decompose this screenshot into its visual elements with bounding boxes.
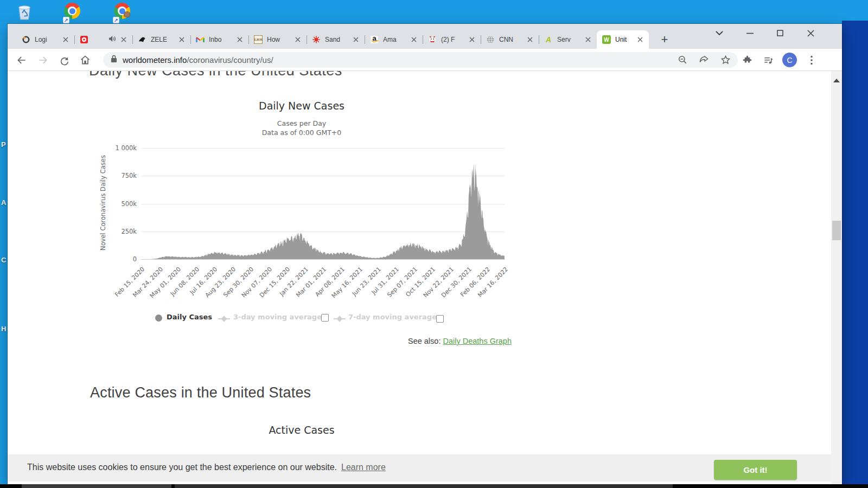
recycle-bin-icon[interactable] <box>14 1 35 22</box>
back-button[interactable] <box>13 52 30 69</box>
tab-close-icon[interactable] <box>584 35 592 44</box>
tab-label: Logi <box>35 36 60 43</box>
checkbox-3day-average[interactable] <box>321 314 329 322</box>
overlay-badge <box>124 11 130 17</box>
extensions-puzzle-icon[interactable] <box>738 52 756 69</box>
tab-f-notifications[interactable]: (2) F <box>423 30 481 49</box>
active-cases-chart-title: Active Cases <box>139 424 464 436</box>
tab-label: Ama <box>383 36 409 43</box>
chart-subtitle: Cases per Day <box>139 119 464 127</box>
cartoon-face-favicon-icon <box>428 35 437 44</box>
tab-audio-speaker-icon[interactable] <box>108 35 116 44</box>
legend-daily-cases-marker-icon <box>155 314 162 322</box>
tab-close-icon[interactable] <box>177 35 186 44</box>
tab-close-icon[interactable] <box>235 35 244 44</box>
tab-gmail-inbox[interactable]: Inbo <box>190 30 248 49</box>
lock-icon[interactable] <box>111 55 117 65</box>
tab-close-icon[interactable] <box>410 35 418 44</box>
tab-strip: Logi ZELE <box>8 24 842 49</box>
desktop-right-strip <box>842 21 868 488</box>
active-cases-heading: Active Cases in the United States <box>90 384 311 401</box>
virus-favicon-icon <box>312 35 321 44</box>
chrome-shortcut-icon[interactable]: ↗ <box>64 3 84 22</box>
serv-a-favicon-icon: A <box>544 35 553 44</box>
tab-worldometers-active[interactable]: W Unit <box>597 30 649 49</box>
desktop-icon-label-a: A <box>1 198 8 207</box>
tab-close-icon[interactable] <box>61 35 70 44</box>
worldometers-favicon-icon: W <box>602 35 611 44</box>
y-tick-label: 1 000k <box>85 144 137 152</box>
legend-daily-cases[interactable]: Daily Cases <box>167 313 212 321</box>
page-scrollbar[interactable] <box>831 71 842 484</box>
tab-logitech[interactable]: Logi <box>16 30 74 49</box>
window-close-button[interactable] <box>800 25 821 41</box>
browser-window: Logi ZELE <box>8 24 842 484</box>
clipped-page-heading: Daily New Cases in the United States <box>89 71 621 79</box>
home-button[interactable] <box>76 52 94 69</box>
reload-button[interactable] <box>55 52 73 69</box>
daily-deaths-graph-link[interactable]: Daily Deaths Graph <box>443 337 512 345</box>
tab-sand[interactable]: Sand <box>307 30 365 49</box>
chart-title: Daily New Cases <box>139 100 464 112</box>
new-tab-button[interactable]: + <box>656 31 673 48</box>
tab-close-icon[interactable] <box>526 35 534 44</box>
tab-cnn[interactable]: CNN <box>481 30 539 49</box>
gmail-favicon-icon <box>196 35 205 44</box>
tab-label: ZELE <box>151 36 176 43</box>
got-it-button[interactable]: Got it! <box>714 460 797 480</box>
daily-cases-bar-series[interactable] <box>141 148 505 259</box>
tab-close-icon[interactable] <box>468 35 476 44</box>
chart-subtitle-2: Data as of 0:00 GMT+0 <box>139 129 464 137</box>
profile-avatar[interactable]: C <box>782 53 797 67</box>
tab-label: CNN <box>499 36 525 43</box>
forward-button[interactable] <box>34 52 52 69</box>
x-axis-line <box>141 259 505 260</box>
y-tick-label: 750k <box>85 172 137 179</box>
amazon-favicon-icon: a <box>370 35 379 44</box>
minimize-button[interactable] <box>739 25 761 41</box>
tab-zele[interactable]: ZELE <box>132 30 190 49</box>
url-text[interactable]: worldometers.info/coronavirus/country/us… <box>123 55 273 65</box>
shortcut-arrow-icon: ↗ <box>113 17 119 23</box>
see-also-line: See also: Daily Deaths Graph <box>347 337 512 345</box>
tab-label: Serv <box>557 36 583 43</box>
zoom-out-icon[interactable] <box>678 55 688 67</box>
bottom-edge-strip <box>0 484 868 488</box>
legend-7day-moving-average[interactable]: 7-day moving average <box>348 313 437 321</box>
y-tick-label: 500k <box>85 200 137 208</box>
tab-close-icon[interactable] <box>119 35 128 44</box>
tab-serv[interactable]: A Serv <box>539 30 597 49</box>
tab-audio-playing[interactable] <box>74 30 132 49</box>
maximize-button[interactable] <box>769 25 791 41</box>
logitech-favicon-icon <box>22 35 30 44</box>
bottom-strip-segment <box>175 484 673 488</box>
browser-toolbar: worldometers.info/coronavirus/country/us… <box>8 49 842 71</box>
bottom-strip-segment <box>22 484 171 488</box>
chrome-shortcut-icon-2[interactable]: ↗ <box>114 3 133 22</box>
scrollbar-up-arrow-icon[interactable] <box>833 79 840 82</box>
tab-close-icon[interactable] <box>636 35 644 44</box>
learn-more-link[interactable]: Learn more <box>341 463 386 472</box>
scrollbar-thumb[interactable] <box>832 221 841 240</box>
share-icon[interactable] <box>699 55 709 67</box>
media-controls-icon[interactable] <box>760 52 777 69</box>
legend-3day-moving-average[interactable]: 3-day moving average <box>233 313 322 321</box>
lrh-favicon-icon: LRH <box>254 35 263 44</box>
address-bar[interactable]: worldometers.info/coronavirus/country/us… <box>103 52 738 68</box>
desktop-icon-label-p: P <box>1 140 8 149</box>
url-path: /coronavirus/country/us/ <box>187 55 273 65</box>
tab-label: Inbo <box>209 36 234 43</box>
tab-amazon[interactable]: a Ama <box>365 30 423 49</box>
menu-kebab-icon[interactable] <box>803 52 820 69</box>
tab-lrh-how[interactable]: LRH How <box>248 30 307 49</box>
cookie-message: This website uses cookies to ensure you … <box>27 463 386 472</box>
bookmark-star-icon[interactable] <box>720 55 731 67</box>
tab-label: How <box>267 36 292 43</box>
url-domain: worldometers.info <box>123 55 187 65</box>
tab-close-icon[interactable] <box>352 35 360 44</box>
tab-close-icon[interactable] <box>293 35 302 44</box>
checkbox-7day-average[interactable] <box>436 315 444 323</box>
tab-search-chevron-icon[interactable] <box>709 25 730 41</box>
globe-favicon-icon <box>486 35 495 44</box>
y-tick-label: 0 <box>85 255 137 263</box>
